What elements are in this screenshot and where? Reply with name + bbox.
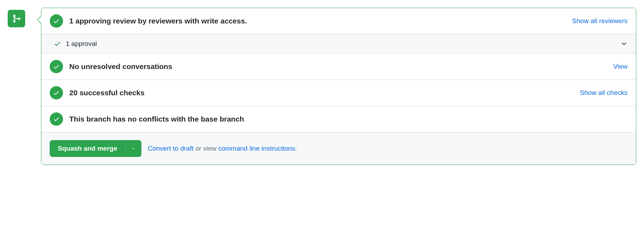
squash-merge-button[interactable]: Squash and merge — [50, 140, 125, 157]
cli-instructions-link[interactable]: command line instructions — [218, 145, 295, 152]
conflicts-title: This branch has no conflicts with the ba… — [69, 115, 628, 123]
checks-title: 20 successful checks — [69, 89, 580, 97]
check-circle — [50, 14, 63, 28]
check-circle — [50, 112, 63, 126]
merge-dropdown-button[interactable] — [125, 140, 141, 157]
caret-down-icon — [131, 146, 135, 151]
footer-period: . — [295, 145, 297, 152]
merge-panel: 1 approving review by reviewers with wri… — [41, 8, 636, 165]
check-icon — [53, 63, 60, 70]
footer-text-or: or view — [194, 145, 218, 152]
show-all-reviewers-link[interactable]: Show all reviewers — [572, 17, 628, 25]
check-icon — [53, 18, 60, 25]
merge-status-badge — [8, 10, 25, 27]
merge-footer: Squash and merge Convert to draft or vie… — [41, 132, 636, 165]
check-icon — [53, 116, 60, 123]
check-icon — [54, 40, 61, 47]
conflicts-section: This branch has no conflicts with the ba… — [41, 106, 636, 132]
show-all-checks-link[interactable]: Show all checks — [580, 89, 628, 97]
git-merge-icon — [12, 14, 21, 23]
chevron-down-icon[interactable] — [621, 40, 628, 47]
convert-to-draft-link[interactable]: Convert to draft — [148, 145, 194, 152]
checks-section: 20 successful checks Show all checks — [41, 80, 636, 106]
footer-text: Convert to draft or view command line in… — [148, 145, 297, 152]
speech-arrow — [37, 15, 41, 24]
merge-button-group: Squash and merge — [50, 140, 141, 157]
reviews-section: 1 approving review by reviewers with wri… — [41, 8, 636, 34]
view-conversations-link[interactable]: View — [613, 63, 628, 70]
approval-count-label: 1 approval — [66, 40, 621, 48]
check-circle — [50, 86, 63, 99]
conversations-title: No unresolved conversations — [69, 62, 613, 71]
conversations-section: No unresolved conversations View — [41, 54, 636, 80]
check-icon — [53, 89, 60, 96]
reviews-title: 1 approving review by reviewers with wri… — [69, 17, 572, 25]
check-circle — [50, 60, 63, 73]
approval-row[interactable]: 1 approval — [41, 34, 636, 54]
